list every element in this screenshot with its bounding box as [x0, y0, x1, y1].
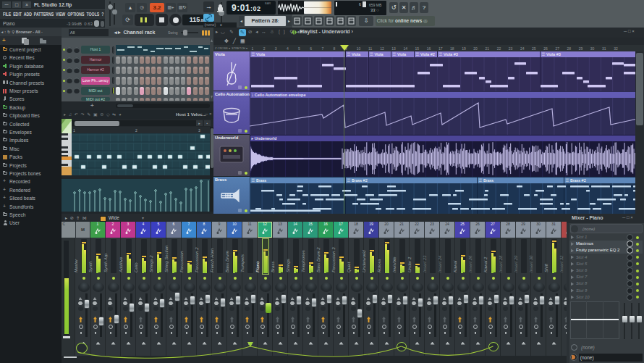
svg-text:12: 12 [380, 46, 384, 51]
svg-text:26: 26 [543, 46, 548, 51]
svg-text:32: 32 [614, 46, 618, 51]
svg-text:4: 4 [287, 46, 289, 51]
svg-text:Invisible: Invisible [392, 256, 397, 272]
svg-text:String Section: String Section [164, 245, 169, 272]
svg-text:28: 28 [567, 46, 572, 51]
svg-text:7: 7 [321, 46, 323, 51]
svg-text:11: 11 [368, 46, 372, 51]
svg-text:Bass Drum: Bass Drum [225, 251, 229, 272]
svg-text:Rotora: Rotora [377, 259, 381, 272]
svg-text:5: 5 [298, 46, 300, 51]
svg-text:Synth: Synth [88, 261, 93, 272]
svg-text:Quiet: Quiet [347, 262, 351, 272]
svg-text:Bass Drum 2: Bass Drum 2 [316, 247, 321, 272]
svg-text:15: 15 [415, 46, 420, 51]
svg-text:13: 13 [391, 46, 396, 51]
svg-text:Percussion: Percussion [179, 251, 184, 272]
svg-text:Shift: Shift [544, 264, 548, 272]
svg-text:Kawai: Kawai [453, 260, 457, 272]
svg-text:Trumpets: Trumpets [240, 254, 245, 272]
svg-text:Strings: Strings [286, 259, 290, 272]
svg-text:Insert 29: Insert 29 [514, 255, 518, 272]
svg-text:22: 22 [497, 46, 501, 51]
svg-text:1: 1 [252, 46, 254, 51]
svg-text:Telephones: Telephones [301, 250, 305, 272]
svg-text:Underworld: Underworld [362, 250, 366, 272]
svg-text:6: 6 [310, 46, 312, 51]
svg-text:Insert 28: Insert 28 [499, 255, 503, 272]
svg-text:Insert 23: Insert 23 [423, 255, 427, 272]
svg-text:Kawai 2: Kawai 2 [483, 256, 488, 272]
svg-text:10: 10 [357, 46, 361, 51]
svg-text:23: 23 [509, 46, 513, 51]
svg-text:25: 25 [532, 46, 536, 51]
svg-text:30: 30 [590, 46, 595, 51]
svg-text:French Horn: French Horn [210, 248, 214, 272]
svg-text:Brass: Brass [271, 262, 275, 272]
svg-text:21: 21 [486, 46, 490, 51]
svg-text:Insert 30: Insert 30 [529, 255, 533, 272]
svg-text:8: 8 [334, 46, 336, 51]
svg-text:16: 16 [427, 46, 431, 51]
svg-text:20: 20 [473, 46, 478, 51]
svg-text:Cello: Cello [134, 262, 138, 272]
svg-text:27: 27 [555, 46, 559, 51]
svg-text:24: 24 [520, 46, 525, 51]
svg-text:31: 31 [602, 46, 606, 51]
svg-text:19: 19 [462, 46, 466, 51]
svg-text:Synth Arp: Synth Arp [103, 253, 108, 272]
svg-text:Insert 24: Insert 24 [438, 255, 442, 272]
svg-text:Percussion 3: Percussion 3 [331, 247, 336, 272]
svg-text:Percussion 2: Percussion 2 [195, 247, 199, 272]
svg-text:2: 2 [263, 46, 266, 51]
svg-text:Insert 32: Insert 32 [559, 255, 564, 272]
svg-text:Piano: Piano [255, 261, 260, 272]
svg-text:17: 17 [438, 46, 443, 51]
svg-text:Under 2: Under 2 [407, 256, 412, 272]
svg-text:Strings 2: Strings 2 [149, 255, 153, 272]
svg-text:Master: Master [74, 259, 78, 272]
svg-text:Insert 26: Insert 26 [468, 255, 473, 272]
svg-text:18: 18 [450, 46, 454, 51]
svg-text:3: 3 [275, 46, 277, 51]
svg-text:Additive: Additive [119, 256, 123, 273]
svg-text:14: 14 [403, 46, 407, 51]
svg-text:29: 29 [579, 46, 583, 51]
